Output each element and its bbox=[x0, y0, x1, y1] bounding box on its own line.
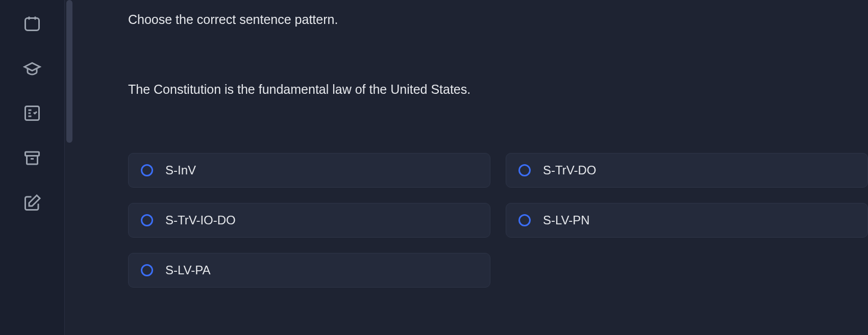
radio-icon bbox=[518, 214, 531, 226]
option-label: S-LV-PN bbox=[543, 213, 590, 227]
svg-rect-2 bbox=[26, 152, 39, 156]
option-label: S-InV bbox=[165, 163, 196, 177]
radio-icon bbox=[518, 164, 531, 176]
scrollbar-thumb[interactable] bbox=[66, 0, 72, 143]
option-label: S-LV-PA bbox=[165, 263, 210, 277]
archive-icon[interactable] bbox=[23, 149, 41, 167]
options-grid: S-InV S-TrV-DO S-TrV-IO-DO S-LV-PN S-LV-… bbox=[128, 153, 868, 288]
main-content: Choose the correct sentence pattern. The… bbox=[72, 0, 868, 335]
option-card[interactable]: S-InV bbox=[128, 153, 490, 188]
option-card[interactable]: S-LV-PN bbox=[506, 203, 868, 238]
question-instruction: Choose the correct sentence pattern. bbox=[128, 12, 868, 27]
sidebar bbox=[0, 0, 65, 335]
checklist-icon[interactable] bbox=[23, 104, 41, 122]
graduation-cap-icon[interactable] bbox=[23, 59, 41, 78]
question-sentence: The Constitution is the fundamental law … bbox=[128, 82, 868, 97]
svg-rect-1 bbox=[26, 107, 39, 120]
radio-icon bbox=[141, 164, 153, 176]
option-card[interactable]: S-TrV-IO-DO bbox=[128, 203, 490, 238]
option-card[interactable]: S-LV-PA bbox=[128, 253, 490, 288]
radio-icon bbox=[141, 264, 153, 276]
option-card[interactable]: S-TrV-DO bbox=[506, 153, 868, 188]
option-label: S-TrV-IO-DO bbox=[165, 213, 236, 227]
scrollbar-track[interactable] bbox=[65, 0, 72, 335]
edit-icon[interactable] bbox=[23, 194, 41, 212]
option-label: S-TrV-DO bbox=[543, 163, 596, 177]
calendar-icon[interactable] bbox=[23, 14, 41, 33]
svg-rect-0 bbox=[26, 18, 39, 31]
radio-icon bbox=[141, 214, 153, 226]
